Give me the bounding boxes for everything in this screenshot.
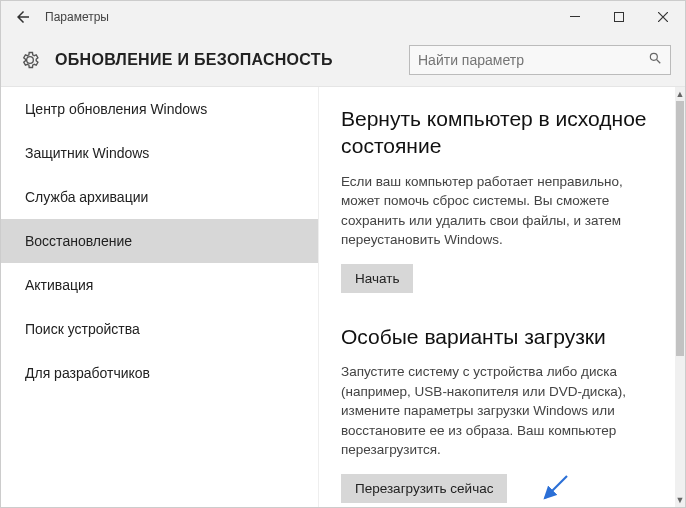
- sidebar-item-label: Поиск устройства: [25, 321, 140, 337]
- sidebar-item-label: Для разработчиков: [25, 365, 150, 381]
- section-advanced-startup: Особые варианты загрузки Запустите систе…: [341, 323, 653, 503]
- arrow-left-icon: [14, 8, 32, 26]
- reset-start-button[interactable]: Начать: [341, 264, 413, 293]
- sidebar-item-defender[interactable]: Защитник Windows: [1, 131, 318, 175]
- sidebar-item-windows-update[interactable]: Центр обновления Windows: [1, 87, 318, 131]
- minimize-icon: [570, 12, 580, 22]
- svg-point-2: [650, 53, 657, 60]
- reset-description: Если ваш компьютер работает неправильно,…: [341, 172, 653, 250]
- sidebar-item-activation[interactable]: Активация: [1, 263, 318, 307]
- scroll-track[interactable]: [675, 101, 685, 493]
- annotation-arrow-icon: [539, 474, 569, 504]
- sidebar-item-label: Центр обновления Windows: [25, 101, 207, 117]
- svg-line-3: [657, 60, 661, 64]
- restart-now-button[interactable]: Перезагрузить сейчас: [341, 474, 507, 503]
- search-icon: [648, 51, 662, 68]
- sidebar-item-label: Активация: [25, 277, 93, 293]
- titlebar: Параметры: [1, 1, 685, 33]
- page-header: ОБНОВЛЕНИЕ И БЕЗОПАСНОСТЬ: [1, 33, 685, 87]
- sidebar-item-label: Служба архивации: [25, 189, 148, 205]
- back-button[interactable]: [1, 1, 45, 33]
- scroll-thumb[interactable]: [676, 101, 684, 356]
- advstartup-heading: Особые варианты загрузки: [341, 323, 653, 350]
- scroll-up-button[interactable]: ▲: [675, 87, 685, 101]
- sidebar-item-developers[interactable]: Для разработчиков: [1, 351, 318, 395]
- gear-icon: [19, 49, 41, 71]
- sidebar-item-backup[interactable]: Служба архивации: [1, 175, 318, 219]
- close-icon: [658, 12, 668, 22]
- sidebar-item-label: Защитник Windows: [25, 145, 149, 161]
- search-input[interactable]: [418, 52, 648, 68]
- scroll-down-button[interactable]: ▼: [675, 493, 685, 507]
- body: Центр обновления Windows Защитник Window…: [1, 87, 685, 507]
- svg-line-4: [545, 476, 567, 498]
- content-area: Вернуть компьютер в исходное состояние Е…: [319, 87, 675, 507]
- window-controls: [553, 1, 685, 33]
- close-button[interactable]: [641, 1, 685, 33]
- sidebar: Центр обновления Windows Защитник Window…: [1, 87, 319, 507]
- maximize-button[interactable]: [597, 1, 641, 33]
- svg-rect-0: [570, 16, 580, 17]
- vertical-scrollbar[interactable]: ▲ ▼: [675, 87, 685, 507]
- sidebar-item-recovery[interactable]: Восстановление: [1, 219, 318, 263]
- maximize-icon: [614, 12, 624, 22]
- window-title: Параметры: [45, 10, 109, 24]
- sidebar-item-label: Восстановление: [25, 233, 132, 249]
- minimize-button[interactable]: [553, 1, 597, 33]
- advstartup-description: Запустите систему с устройства либо диск…: [341, 362, 653, 460]
- reset-heading: Вернуть компьютер в исходное состояние: [341, 105, 653, 160]
- search-box[interactable]: [409, 45, 671, 75]
- section-reset-pc: Вернуть компьютер в исходное состояние Е…: [341, 105, 653, 293]
- svg-rect-1: [615, 13, 624, 22]
- page-title: ОБНОВЛЕНИЕ И БЕЗОПАСНОСТЬ: [55, 51, 409, 69]
- sidebar-item-find-device[interactable]: Поиск устройства: [1, 307, 318, 351]
